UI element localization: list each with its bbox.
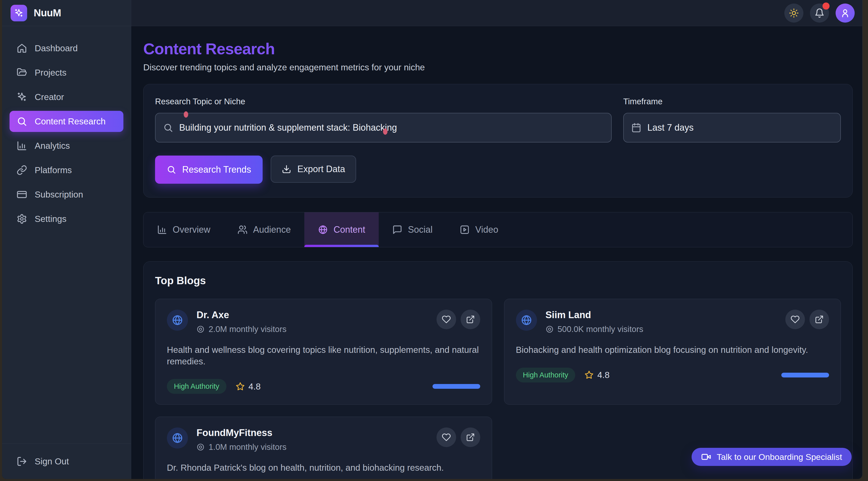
sidebar: NuuM Dashboard Projects Creator Conten — [2, 0, 131, 479]
blog-avatar — [167, 310, 188, 331]
eye-icon — [546, 325, 554, 333]
favorite-button[interactable] — [436, 427, 456, 447]
favorite-button[interactable] — [785, 310, 805, 329]
user-icon — [840, 8, 850, 18]
external-link-icon — [466, 433, 475, 442]
search-icon — [17, 116, 27, 127]
sidebar-item-analytics[interactable]: Analytics — [9, 135, 123, 156]
external-link-icon — [466, 315, 475, 324]
app-window: NuuM Dashboard Projects Creator Conten — [2, 0, 863, 479]
globe-icon — [172, 432, 183, 444]
brand-name: NuuM — [34, 7, 61, 19]
favorite-button[interactable] — [436, 310, 456, 329]
sidebar-footer: Sign Out — [2, 444, 131, 479]
blog-card: Siim Land 500.0K monthly visitors — [504, 299, 841, 404]
remote-cursor-dot — [383, 128, 388, 135]
sidebar-nav: Dashboard Projects Creator Content Resea… — [2, 26, 131, 444]
sidebar-item-content-research[interactable]: Content Research — [9, 111, 123, 132]
gear-icon — [17, 214, 27, 224]
topic-label: Research Topic or Niche — [155, 97, 612, 106]
play-square-icon — [460, 225, 470, 235]
message-square-icon — [392, 225, 402, 235]
open-external-button[interactable] — [461, 310, 480, 329]
tab-audience[interactable]: Audience — [224, 212, 304, 247]
theme-toggle-button[interactable] — [784, 3, 803, 23]
sparkles-icon — [17, 92, 27, 102]
sidebar-item-label: Subscription — [35, 189, 83, 200]
video-camera-icon — [701, 452, 711, 462]
link-icon — [17, 165, 27, 175]
notifications-button[interactable] — [810, 3, 829, 23]
bar-chart-icon — [157, 225, 167, 235]
star-icon — [584, 370, 594, 380]
user-avatar-button[interactable] — [836, 3, 855, 23]
sidebar-item-platforms[interactable]: Platforms — [9, 159, 123, 181]
sign-out-label: Sign Out — [35, 456, 69, 467]
sidebar-item-settings[interactable]: Settings — [9, 208, 123, 230]
sidebar-item-creator[interactable]: Creator — [9, 86, 123, 108]
open-external-button[interactable] — [461, 427, 480, 447]
sparkles-icon — [14, 8, 24, 18]
eye-icon — [196, 325, 205, 333]
credit-card-icon — [17, 189, 27, 200]
globe-icon — [318, 225, 328, 235]
sidebar-item-label: Creator — [35, 92, 64, 102]
tab-social[interactable]: Social — [379, 212, 446, 247]
blog-avatar — [516, 310, 537, 331]
remote-cursor-dot — [184, 111, 188, 118]
search-icon — [163, 123, 173, 133]
desktop-background: NuuM Dashboard Projects Creator Conten — [0, 0, 868, 481]
blog-rating: 4.8 — [597, 370, 610, 380]
tab-content[interactable]: Content — [304, 212, 379, 247]
sidebar-item-subscription[interactable]: Subscription — [9, 184, 123, 205]
blog-visitors: 1.0M monthly visitors — [209, 442, 286, 452]
sidebar-item-label: Settings — [35, 214, 66, 224]
heart-icon — [790, 315, 800, 324]
blog-visitors: 500.0K monthly visitors — [558, 325, 643, 334]
page-title: Content Research — [143, 40, 853, 58]
sidebar-item-projects[interactable]: Projects — [9, 62, 123, 83]
open-external-button[interactable] — [809, 310, 829, 329]
blog-card: FoundMyFitness 1.0M monthly visitors — [155, 417, 492, 479]
timeframe-field-group: Timeframe Last 7 days — [623, 97, 841, 143]
research-trends-label: Research Trends — [182, 164, 251, 175]
heart-icon — [442, 315, 451, 324]
main-area: Content Research Discover trending topic… — [131, 0, 862, 479]
tab-label: Overview — [173, 224, 210, 235]
blog-rating: 4.8 — [249, 382, 261, 392]
top-blogs-panel: Top Blogs Dr. Axe — [143, 261, 853, 479]
folder-open-icon — [17, 67, 27, 78]
score-bar — [433, 384, 480, 389]
onboarding-specialist-button[interactable]: Talk to our Onboarding Specialist — [691, 448, 852, 466]
blog-description: Health and wellness blog covering topics… — [167, 344, 480, 367]
tab-label: Social — [408, 224, 433, 235]
export-data-label: Export Data — [297, 164, 345, 174]
export-data-button[interactable]: Export Data — [271, 156, 356, 183]
external-link-icon — [815, 315, 824, 324]
authority-badge: High Authority — [167, 379, 226, 394]
timeframe-select[interactable]: Last 7 days — [623, 113, 841, 143]
tab-video[interactable]: Video — [446, 212, 512, 247]
topic-field — [155, 113, 612, 143]
log-out-icon — [17, 456, 27, 467]
blog-avatar — [167, 427, 188, 449]
score-bar — [781, 373, 829, 378]
blog-description: Dr. Rhonda Patrick's blog on health, nut… — [167, 462, 480, 474]
globe-icon — [172, 314, 183, 326]
notification-dot — [823, 2, 830, 9]
topic-input[interactable] — [179, 122, 603, 133]
sidebar-item-label: Dashboard — [35, 43, 78, 53]
topic-field-group: Research Topic or Niche — [155, 97, 612, 143]
home-icon — [17, 43, 27, 54]
bell-icon — [814, 8, 825, 18]
blog-card: Dr. Axe 2.0M monthly visitors — [155, 299, 492, 404]
search-icon — [166, 165, 176, 174]
page-content: Content Research Discover trending topic… — [131, 26, 862, 479]
blog-name: Dr. Axe — [196, 310, 436, 321]
sign-out-button[interactable]: Sign Out — [9, 451, 123, 472]
page-subtitle: Discover trending topics and analyze eng… — [143, 62, 853, 72]
sidebar-item-dashboard[interactable]: Dashboard — [9, 38, 123, 59]
onboarding-specialist-label: Talk to our Onboarding Specialist — [717, 452, 842, 462]
tab-overview[interactable]: Overview — [144, 212, 224, 247]
research-trends-button[interactable]: Research Trends — [155, 156, 262, 184]
